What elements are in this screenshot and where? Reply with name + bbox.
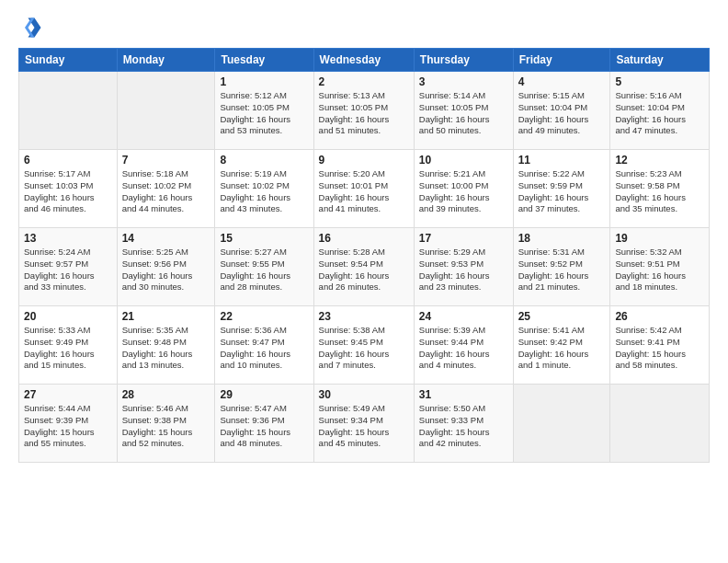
logo-icon	[18, 15, 44, 40]
calendar-cell: 11Sunrise: 5:22 AM Sunset: 9:59 PM Dayli…	[513, 150, 610, 228]
cell-content: Sunrise: 5:41 AM Sunset: 9:42 PM Dayligh…	[518, 325, 606, 372]
calendar-cell: 2Sunrise: 5:13 AM Sunset: 10:05 PM Dayli…	[313, 72, 414, 150]
calendar-cell	[19, 72, 118, 150]
calendar-week-row: 6Sunrise: 5:17 AM Sunset: 10:03 PM Dayli…	[19, 150, 710, 228]
day-number: 31	[419, 388, 508, 401]
cell-content: Sunrise: 5:15 AM Sunset: 10:04 PM Daylig…	[518, 90, 606, 137]
calendar-cell: 8Sunrise: 5:19 AM Sunset: 10:02 PM Dayli…	[215, 150, 313, 228]
cell-content: Sunrise: 5:14 AM Sunset: 10:05 PM Daylig…	[419, 90, 508, 137]
day-number: 4	[518, 75, 606, 88]
cell-content: Sunrise: 5:36 AM Sunset: 9:47 PM Dayligh…	[220, 325, 308, 372]
day-number: 2	[319, 75, 409, 88]
cell-content: Sunrise: 5:17 AM Sunset: 10:03 PM Daylig…	[24, 168, 112, 215]
logo	[18, 15, 48, 40]
cell-content: Sunrise: 5:24 AM Sunset: 9:57 PM Dayligh…	[24, 247, 112, 293]
cell-content: Sunrise: 5:19 AM Sunset: 10:02 PM Daylig…	[220, 168, 308, 215]
calendar-cell: 15Sunrise: 5:27 AM Sunset: 9:55 PM Dayli…	[215, 228, 313, 306]
calendar-cell: 30Sunrise: 5:49 AM Sunset: 9:34 PM Dayli…	[313, 385, 414, 463]
calendar-cell: 6Sunrise: 5:17 AM Sunset: 10:03 PM Dayli…	[19, 150, 118, 228]
day-number: 17	[419, 232, 508, 245]
weekday-header: Monday	[117, 49, 215, 72]
header	[18, 15, 710, 40]
calendar-cell: 18Sunrise: 5:31 AM Sunset: 9:52 PM Dayli…	[513, 228, 610, 306]
cell-content: Sunrise: 5:16 AM Sunset: 10:04 PM Daylig…	[615, 90, 704, 137]
calendar-cell: 14Sunrise: 5:25 AM Sunset: 9:56 PM Dayli…	[117, 228, 215, 306]
day-number: 28	[122, 388, 210, 401]
cell-content: Sunrise: 5:12 AM Sunset: 10:05 PM Daylig…	[220, 90, 308, 137]
cell-content: Sunrise: 5:35 AM Sunset: 9:48 PM Dayligh…	[122, 325, 210, 372]
calendar-cell: 29Sunrise: 5:47 AM Sunset: 9:36 PM Dayli…	[215, 385, 313, 463]
cell-content: Sunrise: 5:22 AM Sunset: 9:59 PM Dayligh…	[518, 168, 606, 215]
cell-content: Sunrise: 5:46 AM Sunset: 9:38 PM Dayligh…	[122, 403, 210, 450]
cell-content: Sunrise: 5:31 AM Sunset: 9:52 PM Dayligh…	[518, 247, 606, 293]
calendar-cell: 31Sunrise: 5:50 AM Sunset: 9:33 PM Dayli…	[414, 385, 513, 463]
calendar-cell: 4Sunrise: 5:15 AM Sunset: 10:04 PM Dayli…	[513, 72, 610, 150]
day-number: 6	[24, 154, 112, 167]
cell-content: Sunrise: 5:50 AM Sunset: 9:33 PM Dayligh…	[419, 403, 508, 450]
weekday-header: Wednesday	[313, 49, 414, 72]
weekday-header: Sunday	[19, 49, 118, 72]
calendar-cell: 7Sunrise: 5:18 AM Sunset: 10:02 PM Dayli…	[117, 150, 215, 228]
day-number: 25	[518, 310, 606, 323]
cell-content: Sunrise: 5:28 AM Sunset: 9:54 PM Dayligh…	[319, 247, 409, 293]
day-number: 13	[24, 232, 112, 245]
calendar-cell: 20Sunrise: 5:33 AM Sunset: 9:49 PM Dayli…	[19, 306, 118, 385]
calendar-table: SundayMondayTuesdayWednesdayThursdayFrid…	[18, 48, 710, 463]
calendar-cell: 23Sunrise: 5:38 AM Sunset: 9:45 PM Dayli…	[313, 306, 414, 385]
day-number: 5	[615, 75, 704, 88]
day-number: 30	[319, 388, 409, 401]
calendar-cell: 16Sunrise: 5:28 AM Sunset: 9:54 PM Dayli…	[313, 228, 414, 306]
weekday-header: Tuesday	[215, 49, 313, 72]
calendar-cell: 13Sunrise: 5:24 AM Sunset: 9:57 PM Dayli…	[19, 228, 118, 306]
day-number: 27	[24, 388, 112, 401]
calendar-cell: 3Sunrise: 5:14 AM Sunset: 10:05 PM Dayli…	[414, 72, 513, 150]
calendar-week-row: 13Sunrise: 5:24 AM Sunset: 9:57 PM Dayli…	[19, 228, 710, 306]
weekday-header: Thursday	[414, 49, 513, 72]
cell-content: Sunrise: 5:18 AM Sunset: 10:02 PM Daylig…	[122, 168, 210, 215]
calendar-cell: 25Sunrise: 5:41 AM Sunset: 9:42 PM Dayli…	[513, 306, 610, 385]
cell-content: Sunrise: 5:32 AM Sunset: 9:51 PM Dayligh…	[615, 247, 704, 293]
day-number: 12	[615, 154, 704, 167]
calendar-week-row: 27Sunrise: 5:44 AM Sunset: 9:39 PM Dayli…	[19, 385, 710, 463]
calendar-cell: 28Sunrise: 5:46 AM Sunset: 9:38 PM Dayli…	[117, 385, 215, 463]
calendar-cell: 9Sunrise: 5:20 AM Sunset: 10:01 PM Dayli…	[313, 150, 414, 228]
day-number: 15	[220, 232, 308, 245]
day-number: 7	[122, 154, 210, 167]
cell-content: Sunrise: 5:49 AM Sunset: 9:34 PM Dayligh…	[319, 403, 409, 450]
cell-content: Sunrise: 5:44 AM Sunset: 9:39 PM Dayligh…	[24, 403, 112, 450]
cell-content: Sunrise: 5:42 AM Sunset: 9:41 PM Dayligh…	[615, 325, 704, 372]
cell-content: Sunrise: 5:25 AM Sunset: 9:56 PM Dayligh…	[122, 247, 210, 293]
day-number: 16	[319, 232, 409, 245]
day-number: 9	[319, 154, 409, 167]
weekday-header: Friday	[513, 49, 610, 72]
day-number: 19	[615, 232, 704, 245]
calendar-cell: 22Sunrise: 5:36 AM Sunset: 9:47 PM Dayli…	[215, 306, 313, 385]
day-number: 26	[615, 310, 704, 323]
day-number: 11	[518, 154, 606, 167]
calendar-cell: 1Sunrise: 5:12 AM Sunset: 10:05 PM Dayli…	[215, 72, 313, 150]
cell-content: Sunrise: 5:21 AM Sunset: 10:00 PM Daylig…	[419, 168, 508, 215]
calendar-cell: 5Sunrise: 5:16 AM Sunset: 10:04 PM Dayli…	[610, 72, 710, 150]
calendar-header-row: SundayMondayTuesdayWednesdayThursdayFrid…	[19, 49, 710, 72]
day-number: 18	[518, 232, 606, 245]
cell-content: Sunrise: 5:27 AM Sunset: 9:55 PM Dayligh…	[220, 247, 308, 293]
calendar-week-row: 1Sunrise: 5:12 AM Sunset: 10:05 PM Dayli…	[19, 72, 710, 150]
day-number: 22	[220, 310, 308, 323]
calendar-cell	[513, 385, 610, 463]
day-number: 8	[220, 154, 308, 167]
cell-content: Sunrise: 5:29 AM Sunset: 9:53 PM Dayligh…	[419, 247, 508, 293]
day-number: 3	[419, 75, 508, 88]
calendar-cell: 24Sunrise: 5:39 AM Sunset: 9:44 PM Dayli…	[414, 306, 513, 385]
cell-content: Sunrise: 5:39 AM Sunset: 9:44 PM Dayligh…	[419, 325, 508, 372]
calendar-cell: 21Sunrise: 5:35 AM Sunset: 9:48 PM Dayli…	[117, 306, 215, 385]
day-number: 20	[24, 310, 112, 323]
calendar-week-row: 20Sunrise: 5:33 AM Sunset: 9:49 PM Dayli…	[19, 306, 710, 385]
calendar-cell: 27Sunrise: 5:44 AM Sunset: 9:39 PM Dayli…	[19, 385, 118, 463]
calendar-cell: 17Sunrise: 5:29 AM Sunset: 9:53 PM Dayli…	[414, 228, 513, 306]
cell-content: Sunrise: 5:20 AM Sunset: 10:01 PM Daylig…	[319, 168, 409, 215]
calendar-cell: 19Sunrise: 5:32 AM Sunset: 9:51 PM Dayli…	[610, 228, 710, 306]
cell-content: Sunrise: 5:13 AM Sunset: 10:05 PM Daylig…	[319, 90, 409, 137]
calendar-cell: 10Sunrise: 5:21 AM Sunset: 10:00 PM Dayl…	[414, 150, 513, 228]
calendar-cell	[610, 385, 710, 463]
calendar-cell	[117, 72, 215, 150]
